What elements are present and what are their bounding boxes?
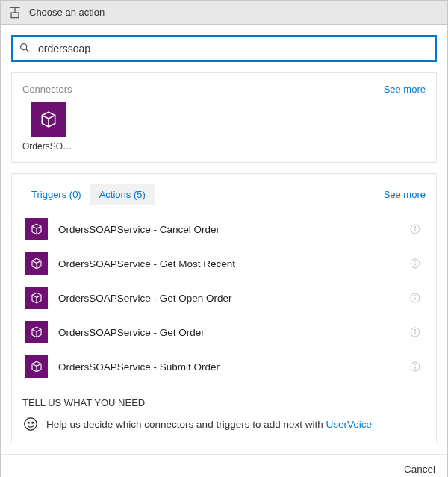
cancel-button[interactable]: Cancel — [404, 464, 435, 475]
actions-see-more-link[interactable]: See more — [384, 189, 426, 200]
tell-us-row: Help us decide which connectors and trig… — [22, 416, 426, 432]
box-icon — [25, 218, 48, 240]
panel-header: Choose an action — [1, 1, 447, 25]
box-icon — [25, 287, 48, 309]
connectors-section-head: Connectors See more — [22, 84, 426, 95]
smiley-icon — [22, 416, 39, 432]
info-icon[interactable] — [409, 223, 421, 235]
action-item-get-open-order[interactable]: OrdersSOAPService - Get Open Order — [22, 281, 426, 315]
svg-point-25 — [414, 364, 415, 364]
info-icon[interactable] — [409, 258, 421, 269]
action-label: OrdersSOAPService - Get Order — [58, 327, 409, 338]
tell-us-title: TELL US WHAT YOU NEED — [22, 397, 426, 408]
tell-us-section: TELL US WHAT YOU NEED Help us decide whi… — [22, 397, 426, 432]
search-box[interactable] — [11, 35, 437, 62]
tabs-row: Triggers (0) Actions (5) See more — [22, 184, 426, 205]
connectors-section: Connectors See more OrdersSOA... — [11, 72, 437, 163]
tab-actions[interactable]: Actions (5) — [90, 184, 155, 205]
svg-point-17 — [414, 295, 415, 296]
box-icon — [25, 252, 48, 275]
connectors-see-more-link[interactable]: See more — [384, 84, 426, 95]
svg-point-13 — [414, 261, 415, 261]
svg-point-21 — [414, 329, 415, 330]
svg-point-28 — [32, 422, 34, 423]
action-item-cancel-order[interactable]: OrdersSOAPService - Cancel Order — [22, 212, 426, 246]
action-item-get-most-recent[interactable]: OrdersSOAPService - Get Most Recent — [22, 246, 426, 281]
connector-tile-orderssoap[interactable]: OrdersSOA... — [22, 102, 75, 152]
panel-body: Connectors See more OrdersSOA... Trigger… — [1, 25, 447, 454]
action-label: OrdersSOAPService - Get Open Order — [58, 293, 409, 304]
info-icon[interactable] — [409, 292, 421, 304]
actions-section: Triggers (0) Actions (5) See more Orders… — [11, 173, 437, 443]
svg-point-27 — [28, 422, 29, 423]
tell-us-text-part: Help us decide which connectors and trig… — [46, 419, 326, 430]
info-icon[interactable] — [409, 326, 421, 338]
connector-label: OrdersSOA... — [22, 141, 75, 152]
tab-triggers[interactable]: Triggers (0) — [22, 184, 90, 205]
svg-point-26 — [25, 418, 37, 431]
box-icon — [31, 102, 66, 137]
panel-footer: Cancel — [1, 454, 447, 477]
svg-rect-2 — [11, 13, 19, 18]
svg-point-9 — [414, 226, 415, 227]
search-input[interactable] — [38, 43, 429, 54]
action-label: OrdersSOAPService - Submit Order — [58, 361, 409, 372]
workflow-icon — [7, 4, 23, 21]
action-label: OrdersSOAPService - Get Most Recent — [58, 258, 409, 269]
box-icon — [25, 355, 48, 378]
connectors-title: Connectors — [22, 84, 72, 95]
action-item-submit-order[interactable]: OrdersSOAPService - Submit Order — [22, 349, 426, 384]
tell-us-text: Help us decide which connectors and trig… — [46, 419, 372, 430]
uservoice-link[interactable]: UserVoice — [326, 419, 372, 430]
choose-action-panel: Choose an action Connectors See more — [0, 0, 448, 477]
search-icon — [19, 42, 32, 55]
action-label: OrdersSOAPService - Cancel Order — [58, 224, 409, 235]
info-icon[interactable] — [409, 361, 421, 372]
panel-title: Choose an action — [29, 7, 105, 18]
box-icon — [25, 321, 48, 343]
svg-point-3 — [21, 44, 27, 50]
action-item-get-order[interactable]: OrdersSOAPService - Get Order — [22, 315, 426, 349]
svg-line-4 — [26, 49, 28, 52]
